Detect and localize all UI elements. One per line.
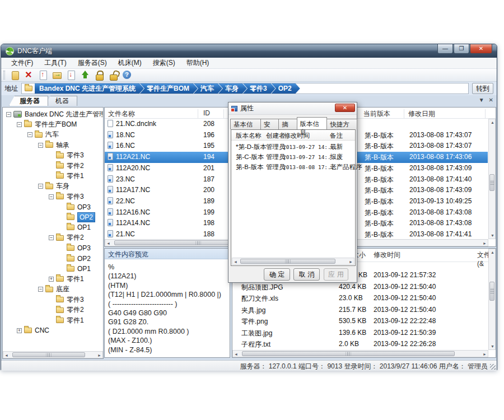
new-file-icon[interactable] <box>10 70 20 80</box>
menu-item[interactable]: 文件(F) <box>6 58 39 68</box>
tab-summary[interactable]: 摘要 <box>278 119 297 129</box>
preview-line: (T12| H1 | D21.0000mm | R0.8000 |) <box>108 290 230 299</box>
toolbar-grip[interactable] <box>3 71 5 80</box>
tree-item[interactable]: +零件1 <box>3 315 104 325</box>
tree-item[interactable]: +OP3 <box>3 243 104 253</box>
breadcrumb-segment[interactable]: Bandex DNC 先进生产管理系统 <box>35 83 144 94</box>
tree-item[interactable]: −零件2 <box>3 233 104 243</box>
lock-icon[interactable] <box>94 70 104 80</box>
tree-toggle[interactable]: + <box>17 328 22 333</box>
attached-file-row[interactable]: 零件.png530.5 KB2013-09-12 22:22:48 <box>232 316 488 328</box>
resize-grip[interactable] <box>490 364 496 370</box>
version-row[interactable]: *第-D-版本管理员2013-09-27 14:...最新 <box>231 142 355 152</box>
tree-item[interactable]: −轴承 <box>3 140 104 150</box>
dialog-title-bar[interactable]: 属性 ✕ <box>228 102 357 115</box>
checkin-file-icon[interactable] <box>38 70 48 80</box>
upload-icon[interactable] <box>80 70 90 80</box>
tab-basic-info[interactable]: 基本信息 <box>230 119 261 129</box>
cancel-button[interactable]: 取 消 <box>293 268 320 281</box>
file-version: 第-B-版本 <box>365 164 394 174</box>
menu-item[interactable]: 服务器(S) <box>72 58 113 68</box>
apply-button[interactable]: 应 用 <box>324 268 348 281</box>
maximize-button[interactable]: ❐ <box>454 44 469 54</box>
tree-toggle[interactable]: − <box>17 122 22 127</box>
minimize-button[interactable]: — <box>437 44 453 54</box>
tab-version-info[interactable]: 版本信息 <box>297 117 328 129</box>
tree-item[interactable]: +OP2 <box>3 212 104 222</box>
attached-file-row[interactable]: 制品顶图.JPG420.4 KB2013-09-12 21:50:40 <box>232 282 488 293</box>
help-icon[interactable] <box>122 70 132 80</box>
tree-item[interactable]: −车身 <box>3 181 104 192</box>
breadcrumb-segment[interactable]: 零件3 <box>242 83 276 94</box>
attached-file-row[interactable]: 工装图.jpg139.6 KB2013-09-12 21:50:39 <box>232 328 488 339</box>
breadcrumb-segment[interactable]: 零件生产BOM <box>139 83 198 94</box>
attached-file-row[interactable]: 配刀文件.xls23.0 KB2013-09-12 21:50:40 <box>232 293 488 305</box>
unlock-icon[interactable] <box>108 70 118 80</box>
version-row[interactable]: 第-B-版本管理员2013-08-08 17:...老产品程序 <box>231 162 355 172</box>
panel-close-icon[interactable]: ✕ <box>489 97 493 103</box>
dialog-close-button[interactable]: ✕ <box>335 104 355 112</box>
tree-item[interactable]: +OP3 <box>3 202 104 212</box>
file-name: 112A16.NC <box>116 208 150 216</box>
menu-item[interactable]: 机床(M) <box>113 58 147 68</box>
tree-item[interactable]: +OP2 <box>3 254 104 264</box>
tab-server[interactable]: 服务器 <box>9 96 48 106</box>
tree-toggle[interactable]: − <box>38 184 43 189</box>
tree-item[interactable]: +零件3 <box>3 295 104 305</box>
tree-toggle[interactable]: − <box>49 235 54 240</box>
dialog-tab-strip: 基本信息 安全 摘要 版本信息 快捷方式 <box>230 117 357 129</box>
attached-files-hscrollbar[interactable]: ◄► <box>232 350 488 357</box>
tree-item[interactable]: +零件2 <box>3 305 104 315</box>
version-time: 2013-09-27 14:... <box>283 154 337 160</box>
checkout-file-icon[interactable] <box>66 70 76 80</box>
tree-item[interactable]: +CNC <box>3 325 104 335</box>
tree-toggle[interactable]: − <box>27 132 32 137</box>
version-row[interactable]: 第-C-版本管理员2013-09-27 14:...报废 <box>231 152 355 162</box>
title-bar[interactable]: DNC客户端 — ❐ ✕ <box>1 44 497 58</box>
tab-shortcut[interactable]: 快捷方式 <box>326 119 357 129</box>
breadcrumb[interactable]: Bandex DNC 先进生产管理系统零件生产BOM汽车车身零件3OP2 <box>21 83 469 94</box>
attached-file-row[interactable]: 子程序.txt2.0 KB2013-09-12 22:26:28 <box>232 339 488 351</box>
tree-toggle[interactable]: + <box>49 277 54 282</box>
menu-item[interactable]: 帮助(H) <box>181 58 215 68</box>
tree-toggle[interactable]: − <box>38 287 43 292</box>
tree-item[interactable]: +零件1 <box>3 274 104 284</box>
attached-file-time: 2013-09-12 21:57:32 <box>374 271 436 279</box>
menu-item[interactable]: 搜索(S) <box>147 58 181 68</box>
file-name: 21.NC.dnclnk <box>116 120 156 128</box>
attached-files-vscrollbar[interactable]: ▲▼ <box>488 249 496 350</box>
tree-item-label: 汽车 <box>45 130 59 139</box>
tree-item[interactable]: +OP1 <box>3 264 104 274</box>
file-version: 第-B-版本 <box>365 208 394 218</box>
tree-item[interactable]: +零件3 <box>3 151 104 161</box>
tree-item[interactable]: +零件2 <box>3 161 104 171</box>
tab-security[interactable]: 安全 <box>260 119 279 129</box>
close-button[interactable]: ✕ <box>470 44 492 54</box>
file-name: 21.NC <box>116 230 135 238</box>
attached-file-row[interactable]: 夹具.jpg215.7 KB2013-09-12 21:50:40 <box>232 305 488 316</box>
file-name: 23.NC <box>116 175 135 183</box>
open-folder-icon[interactable] <box>52 70 62 80</box>
tree-item[interactable]: −零件3 <box>3 192 104 202</box>
attached-file-time: 2013-09-12 21:50:40 <box>374 294 436 302</box>
tree-toggle[interactable]: − <box>6 112 11 117</box>
tree-hscrollbar[interactable]: ◄► <box>3 351 103 358</box>
tree-item[interactable]: −汽车 <box>3 130 104 140</box>
tree-toggle[interactable]: − <box>49 194 54 199</box>
tree-item[interactable]: −底座 <box>3 284 104 295</box>
go-button[interactable]: 转到 <box>472 83 493 94</box>
version-list-hscrollbar[interactable]: ◄► <box>232 258 354 265</box>
panel-dropdown-icon[interactable]: ▼ <box>479 97 484 103</box>
ok-button[interactable]: 确 定 <box>264 268 290 281</box>
tree-item[interactable]: −Bandex DNC 先进生产管理系统 <box>3 109 104 119</box>
menu-item[interactable]: 工具(T) <box>39 58 72 68</box>
tree-item-label: 零件3 <box>67 151 84 160</box>
file-list-vscrollbar[interactable]: ▲▼ <box>488 119 496 239</box>
tab-machine[interactable]: 机器 <box>45 96 77 106</box>
tree-item[interactable]: +零件1 <box>3 171 104 181</box>
tree-toggle[interactable]: − <box>38 143 43 148</box>
delete-icon[interactable] <box>24 70 34 80</box>
tree-item[interactable]: −零件生产BOM <box>3 119 104 129</box>
tree-item[interactable]: +OP1 <box>3 222 104 232</box>
version-list-header[interactable]: 版本名称 创建者 修改时间 备注 <box>231 130 355 141</box>
